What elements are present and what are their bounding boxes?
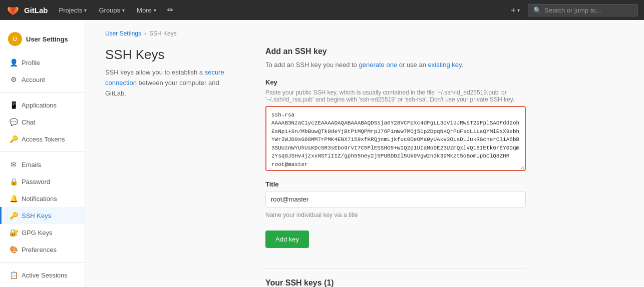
sidebar-item-label: SSH Keys xyxy=(22,212,51,220)
your-ssh-keys-title: Your SSH keys (1) xyxy=(265,278,526,287)
search-box[interactable]: 🔍 xyxy=(528,4,638,16)
gitlab-logo-icon xyxy=(6,3,20,17)
person-icon: 👤 xyxy=(10,58,18,66)
sidebar-divider xyxy=(0,152,85,152)
title-field-label: Title xyxy=(265,180,526,188)
main-content: User Settings › SSH Keys SSH Keys SSH ke… xyxy=(85,20,644,287)
sidebar-item-ssh-keys[interactable]: 🔑 SSH Keys xyxy=(0,207,85,224)
sidebar-item-label: Emails xyxy=(22,161,41,168)
sidebar-item-notifications[interactable]: 🔔 Notifications xyxy=(0,190,85,207)
sidebar-item-label: GPG Keys xyxy=(22,229,52,236)
page-title: SSH Keys xyxy=(105,47,235,62)
main-layout: U User Settings 👤 Profile ⚙ Account 📱 Ap… xyxy=(0,20,644,287)
page-description: SSH keys allow you to establish a secure… xyxy=(105,68,235,98)
sidebar-item-preferences[interactable]: 🎨 Preferences xyxy=(0,241,85,258)
pencil-icon[interactable]: ✏ xyxy=(163,4,178,16)
content-wrapper: SSH Keys SSH keys allow you to establish… xyxy=(105,47,624,287)
plus-dropdown-button[interactable]: ＋▾ xyxy=(505,3,524,18)
chevron-down-icon: ▾ xyxy=(84,8,87,13)
email-icon: ✉ xyxy=(10,160,18,168)
gpg-icon: 🔐 xyxy=(10,228,18,236)
breadcrumb: User Settings › SSH Keys xyxy=(105,30,624,37)
sidebar-item-label: Profile xyxy=(22,59,40,66)
sidebar-item-chat[interactable]: 💬 Chat xyxy=(0,114,85,130)
sidebar-header: U User Settings xyxy=(0,28,85,54)
search-icon: 🔍 xyxy=(533,6,541,14)
sidebar-item-gpg-keys[interactable]: 🔐 GPG Keys xyxy=(0,224,85,241)
sidebar-divider xyxy=(0,262,85,262)
sidebar-item-label: Notifications xyxy=(22,195,57,202)
lock-icon: 🔒 xyxy=(10,178,18,186)
sidebar-item-emails[interactable]: ✉ Emails xyxy=(0,156,85,173)
app-icon: 📱 xyxy=(10,101,18,109)
sidebar-item-label: Applications xyxy=(22,102,57,109)
sidebar-item-auth-log[interactable]: 📄 Authentication log xyxy=(0,284,85,287)
sidebar-divider xyxy=(0,92,85,92)
your-ssh-keys-section: Your SSH keys (1) 🔑 root@master ff:42:18… xyxy=(265,268,526,287)
token-icon: 🔑 xyxy=(10,135,18,143)
existing-key-link[interactable]: existing key xyxy=(428,61,462,68)
sidebar-item-label: Active Sessions xyxy=(22,272,68,279)
navbar-right: ＋▾ 🔍 xyxy=(505,3,638,18)
content-left: SSH Keys SSH keys allow you to establish… xyxy=(105,47,235,287)
navbar-brand[interactable]: GitLab xyxy=(6,3,48,17)
sidebar: U User Settings 👤 Profile ⚙ Account 📱 Ap… xyxy=(0,20,85,287)
generate-key-link[interactable]: generate one xyxy=(359,61,397,68)
sidebar-item-profile[interactable]: 👤 Profile xyxy=(0,54,85,71)
navbar-projects[interactable]: Projects ▾ xyxy=(54,4,92,17)
navbar-more[interactable]: More ▾ xyxy=(132,4,161,17)
breadcrumb-current: SSH Keys xyxy=(149,30,177,37)
search-input[interactable] xyxy=(544,6,632,14)
breadcrumb-separator: › xyxy=(144,30,146,37)
add-ssh-key-description: To add an SSH key you need to generate o… xyxy=(265,60,526,70)
chat-icon: 💬 xyxy=(10,118,18,126)
sidebar-item-label: Chat xyxy=(22,118,35,126)
breadcrumb-parent-link[interactable]: User Settings xyxy=(105,30,141,37)
sidebar-item-account[interactable]: ⚙ Account xyxy=(0,71,85,88)
sessions-icon: 📋 xyxy=(10,271,18,279)
key-field-sublabel: Paste your public SSH key, which is usua… xyxy=(265,89,526,103)
navbar: GitLab Projects ▾ Groups ▾ More ▾ ✏ ＋▾ 🔍 xyxy=(0,0,644,20)
sidebar-item-label: Account xyxy=(22,76,45,84)
title-helper-text: Name your individual key via a title xyxy=(265,212,526,218)
sidebar-item-password[interactable]: 🔒 Password xyxy=(0,173,85,190)
content-right: Add an SSH key To add an SSH key you nee… xyxy=(265,47,526,287)
add-ssh-key-title: Add an SSH key xyxy=(265,47,526,56)
chevron-down-icon: ▾ xyxy=(122,8,125,13)
navbar-groups[interactable]: Groups ▾ xyxy=(94,4,130,17)
gear-icon: ⚙ xyxy=(10,76,18,84)
title-input[interactable] xyxy=(265,191,526,208)
sidebar-item-label: Access Tokens xyxy=(22,136,65,143)
secure-connection-link[interactable]: secure connection xyxy=(105,68,224,86)
sidebar-item-label: Password xyxy=(22,178,50,186)
sidebar-item-access-tokens[interactable]: 🔑 Access Tokens xyxy=(0,130,85,148)
sidebar-item-label: Preferences xyxy=(22,246,57,254)
chevron-down-icon: ▾ xyxy=(154,8,156,13)
sidebar-title: User Settings xyxy=(26,36,68,43)
sidebar-item-applications[interactable]: 📱 Applications xyxy=(0,96,85,114)
bell-icon: 🔔 xyxy=(10,194,18,202)
navbar-brand-name: GitLab xyxy=(24,6,48,14)
ssh-key-icon: 🔑 xyxy=(10,212,18,220)
ssh-key-textarea[interactable]: ssh-rsa AAAAB3NzaC1yc2EAAAADAQABAAABAQDS… xyxy=(265,106,526,171)
key-field-label: Key xyxy=(265,78,526,86)
preferences-icon: 🎨 xyxy=(10,246,18,254)
avatar: U xyxy=(8,32,22,46)
add-key-button[interactable]: Add key xyxy=(265,230,309,248)
sidebar-item-active-sessions[interactable]: 📋 Active Sessions xyxy=(0,266,85,284)
